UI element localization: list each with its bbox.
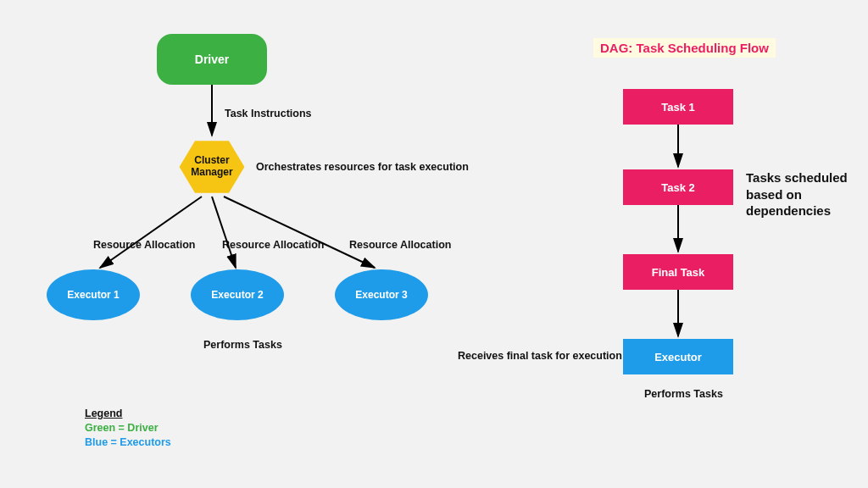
svg-line-2 <box>100 197 202 268</box>
cluster-manager-node: Cluster Manager <box>178 137 246 197</box>
legend-green: Green = Driver <box>85 421 171 435</box>
label-alloc-3: Resource Allocation <box>349 239 451 251</box>
label-receives-final: Receives final task for execution <box>458 350 622 362</box>
task-1-node: Task 1 <box>623 89 733 125</box>
label-performs-tasks-left: Performs Tasks <box>203 339 282 351</box>
label-alloc-2: Resource Allocation <box>222 239 324 251</box>
legend-blue: Blue = Executors <box>85 435 171 450</box>
executor-2-node: Executor 2 <box>191 269 284 320</box>
label-dependencies: Tasks scheduled based on dependencies <box>746 169 856 219</box>
executor-1-node: Executor 1 <box>47 269 140 320</box>
svg-line-4 <box>224 197 375 268</box>
task-2-node: Task 2 <box>623 169 733 205</box>
legend: Legend Green = Driver Blue = Executors <box>85 407 171 450</box>
executor-3-node: Executor 3 <box>335 269 428 320</box>
executor-node-right: Executor <box>623 339 733 374</box>
legend-header: Legend <box>85 407 171 421</box>
cluster-manager-label: Cluster Manager <box>178 155 246 179</box>
label-cm-note: Orchestrates resources for task executio… <box>256 161 469 173</box>
label-alloc-1: Resource Allocation <box>93 239 195 251</box>
label-task-instructions: Task Instructions <box>225 108 312 119</box>
final-task-node: Final Task <box>623 254 733 290</box>
dag-title: DAG: Task Scheduling Flow <box>593 38 776 58</box>
svg-line-3 <box>212 197 236 268</box>
label-performs-tasks-right: Performs Tasks <box>644 388 723 400</box>
driver-node: Driver <box>157 34 267 85</box>
